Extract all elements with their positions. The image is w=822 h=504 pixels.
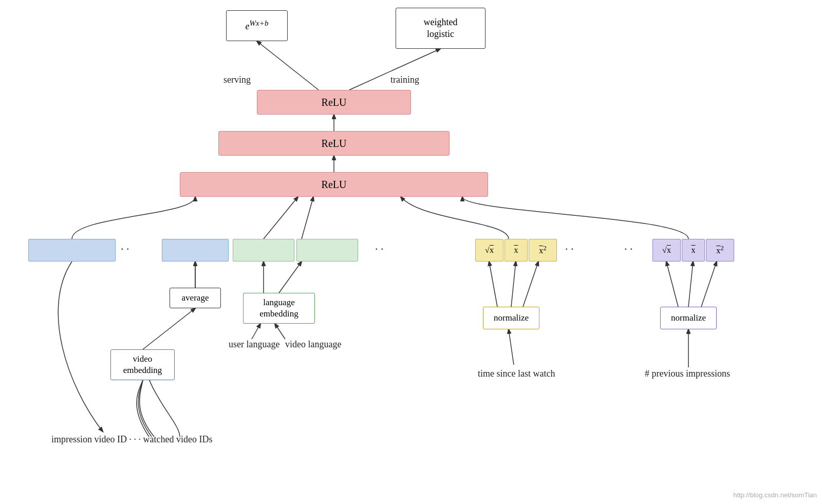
svg-line-11 [489, 262, 497, 307]
yellow-x-box: x [505, 239, 528, 262]
weighted-logistic-box: weightedlogistic [396, 8, 485, 49]
exp-label: eWx+b [246, 18, 269, 32]
svg-line-21 [275, 324, 285, 339]
svg-line-10 [302, 197, 313, 239]
yellow-x2-label: x2 [539, 244, 547, 256]
svg-line-15 [688, 262, 693, 307]
svg-line-9 [264, 197, 298, 239]
average-box: average [170, 288, 221, 308]
serving-label: serving [223, 74, 251, 85]
impression-video-label: impression video ID · · · watched video … [51, 434, 212, 445]
diagram: ReLU ReLU ReLU eWx+b weightedlogistic se… [0, 0, 822, 504]
weighted-logistic-label: weightedlogistic [424, 16, 458, 41]
yellow-sqrt-label: √x [485, 245, 494, 256]
svg-line-8 [279, 262, 302, 293]
video-embedding-box: videoembedding [110, 349, 175, 380]
purple-x2-box: x2 [706, 239, 734, 262]
relu1-label: ReLU [322, 178, 347, 191]
video-embed-label: videoembedding [123, 353, 162, 376]
green-embedding-right [296, 239, 358, 262]
purple-sqrt-label: √x [662, 245, 671, 256]
time-since-label: time since last watch [478, 367, 555, 380]
svg-line-6 [143, 308, 195, 349]
dots-2: · · [375, 242, 384, 256]
normalize-purple-box: normalize [660, 307, 717, 329]
purple-x2-label: x2 [716, 244, 724, 256]
yellow-x-label: x [514, 245, 518, 256]
svg-line-20 [252, 324, 260, 339]
dots-3: · · [565, 242, 574, 256]
svg-line-14 [666, 262, 678, 307]
svg-line-16 [701, 262, 717, 307]
normalize-yellow-label: normalize [494, 312, 529, 324]
relu3-label: ReLU [322, 96, 347, 109]
relu-layer-3: ReLU [257, 90, 411, 115]
language-embedding-box: languageembedding [243, 293, 315, 324]
video-language-label: video language [285, 339, 341, 350]
normalize-purple-label: normalize [671, 312, 706, 324]
relu2-label: ReLU [322, 137, 347, 150]
average-label: average [182, 292, 209, 304]
svg-line-2 [257, 41, 319, 90]
dots-4: · · [624, 242, 633, 256]
blue-embedding-wide [28, 239, 116, 262]
blue-embedding-mid [162, 239, 229, 262]
yellow-sqrt-box: √x [475, 239, 503, 262]
purple-x-label: x [692, 245, 696, 256]
watermark: http://blog.csdn.net/somTian [733, 491, 817, 499]
dots-1: · · [121, 242, 129, 256]
svg-line-12 [511, 262, 516, 307]
relu-layer-1: ReLU [180, 172, 488, 197]
svg-line-17 [509, 329, 514, 365]
user-language-label: user language [229, 339, 279, 350]
relu-layer-2: ReLU [218, 131, 450, 156]
training-label: training [390, 74, 419, 85]
exp-output-box: eWx+b [226, 10, 288, 41]
purple-sqrt-box: √x [652, 239, 681, 262]
yellow-x2-box: x2 [529, 239, 557, 262]
green-embedding-left [233, 239, 294, 262]
lang-embed-label: languageembedding [259, 297, 298, 320]
prev-impressions-label: # previous impressions [645, 367, 730, 380]
normalize-yellow-box: normalize [483, 307, 539, 329]
svg-line-13 [523, 262, 538, 307]
purple-x-box: x [682, 239, 705, 262]
